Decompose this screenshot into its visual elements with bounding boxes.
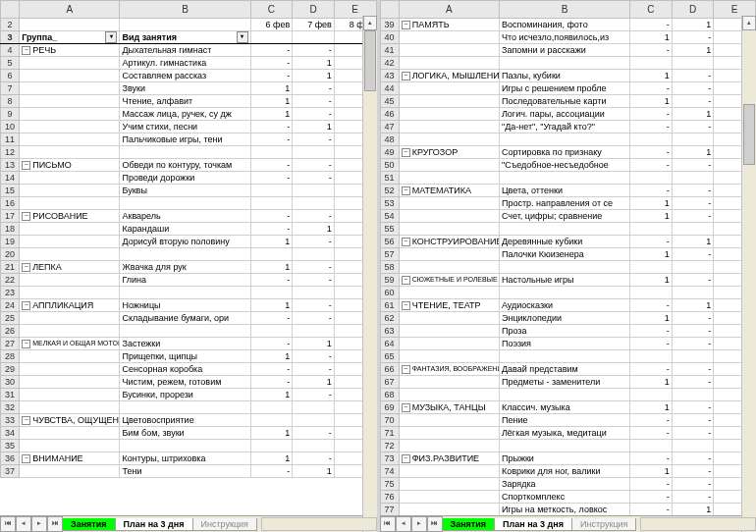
table-row[interactable]: 64Поэзия--- bbox=[380, 338, 756, 350]
column-headers[interactable]: A B C D E bbox=[1, 1, 377, 19]
value-cell[interactable]: - bbox=[293, 312, 335, 325]
value-cell[interactable]: - bbox=[250, 465, 293, 478]
group-cell[interactable]: −РИСОВАНИЕ bbox=[20, 210, 120, 223]
table-row[interactable]: 27−МЕЛКАЯ И ОБЩАЯ МОТОРИКАЗастежки-1- bbox=[1, 338, 377, 350]
value-cell[interactable]: - bbox=[293, 172, 335, 185]
value-cell[interactable]: - bbox=[672, 95, 714, 108]
value-cell[interactable]: - bbox=[293, 427, 335, 440]
group-cell[interactable] bbox=[20, 236, 120, 248]
row-header[interactable]: 33 bbox=[1, 414, 20, 427]
activity-cell[interactable]: Пазлы, кубики bbox=[499, 70, 629, 82]
activity-cell[interactable]: Дыхательная гимнаст bbox=[120, 44, 250, 57]
value-cell[interactable]: - bbox=[630, 414, 673, 427]
table-row[interactable]: 19Дорисуй вторую половину1-- bbox=[1, 236, 377, 248]
activity-cell[interactable]: Коврики для ног, валики bbox=[499, 465, 629, 478]
activity-cell[interactable]: Застежки bbox=[120, 338, 250, 350]
activity-cell[interactable]: Прыжки bbox=[499, 452, 629, 465]
value-cell[interactable]: - bbox=[672, 338, 714, 350]
value-cell[interactable]: 1 bbox=[250, 389, 293, 401]
table-row[interactable]: 53Простр. направления от се1-- bbox=[380, 197, 756, 210]
group-cell[interactable] bbox=[399, 504, 499, 516]
table-row[interactable]: 47"Да-нет", "Угадай кто?"--1 bbox=[380, 121, 756, 133]
group-cell[interactable] bbox=[399, 95, 499, 108]
group-cell[interactable] bbox=[20, 363, 120, 376]
table-row[interactable]: 74Коврики для ног, валики1-- bbox=[380, 465, 756, 478]
row-header[interactable]: 22 bbox=[1, 274, 20, 287]
row-header[interactable]: 73 bbox=[380, 452, 399, 465]
row-header[interactable]: 27 bbox=[1, 338, 20, 350]
right-grid[interactable]: A B C D E 39−ПАМЯТЬВоспоминания, фото-1-… bbox=[380, 0, 757, 515]
table-row[interactable]: 49−КРУГОЗОРСортировка по признаку-1- bbox=[380, 146, 756, 159]
row-header[interactable]: 31 bbox=[1, 389, 20, 401]
table-row[interactable]: 7Звуки1-1 bbox=[1, 82, 377, 95]
value-cell[interactable]: - bbox=[672, 491, 714, 504]
row-header[interactable]: 9 bbox=[1, 108, 20, 121]
outline-toggle-icon[interactable]: − bbox=[402, 365, 410, 374]
value-cell[interactable]: - bbox=[293, 299, 335, 312]
table-row[interactable]: 24−АППЛИКАЦИЯНожницы1-- bbox=[1, 299, 377, 312]
value-cell[interactable]: - bbox=[672, 31, 714, 44]
row-header[interactable]: 49 bbox=[380, 146, 399, 159]
value-cell[interactable]: - bbox=[672, 401, 714, 414]
col-C[interactable]: C bbox=[250, 1, 293, 19]
row-header[interactable]: 26 bbox=[1, 325, 20, 338]
row-header[interactable]: 6 bbox=[1, 70, 20, 82]
value-cell[interactable]: - bbox=[250, 338, 293, 350]
table-row[interactable]: 45Последовательные карти1-- bbox=[380, 95, 756, 108]
group-cell[interactable] bbox=[399, 82, 499, 95]
table-row[interactable]: 44Игры с решением пробле--1 bbox=[380, 82, 756, 95]
outline-toggle-icon[interactable]: − bbox=[402, 72, 410, 80]
row-header[interactable]: 48 bbox=[380, 133, 399, 146]
table-row[interactable]: 51 bbox=[380, 172, 756, 185]
tab-nav-prev-icon[interactable]: ◂ bbox=[396, 516, 411, 532]
table-row[interactable]: 58 bbox=[380, 261, 756, 274]
outline-toggle-icon[interactable]: − bbox=[22, 212, 30, 221]
value-cell[interactable]: - bbox=[250, 223, 293, 236]
value-cell[interactable]: - bbox=[250, 121, 293, 133]
value-cell[interactable]: - bbox=[293, 82, 335, 95]
value-cell[interactable]: 1 bbox=[630, 376, 673, 389]
row-header[interactable]: 67 bbox=[380, 376, 399, 389]
value-cell[interactable] bbox=[293, 414, 335, 427]
activity-cell[interactable]: Прищепки, щипцы bbox=[120, 350, 250, 363]
group-cell[interactable] bbox=[20, 95, 120, 108]
group-cell[interactable] bbox=[20, 70, 120, 82]
value-cell[interactable]: 1 bbox=[250, 350, 293, 363]
group-cell[interactable] bbox=[399, 108, 499, 121]
table-row[interactable]: 31Бусинки, прорези1-- bbox=[1, 389, 377, 401]
column-headers[interactable]: A B C D E bbox=[380, 1, 756, 19]
col-D[interactable]: D bbox=[293, 1, 335, 19]
table-row[interactable]: 28Прищепки, щипцы1-- bbox=[1, 350, 377, 363]
outline-toggle-icon[interactable]: − bbox=[22, 340, 30, 348]
group-cell[interactable]: −АППЛИКАЦИЯ bbox=[20, 299, 120, 312]
value-cell[interactable] bbox=[250, 185, 293, 197]
table-row[interactable]: 56−КОНСТРУИРОВАНИЕДеревянные кубики-1- bbox=[380, 236, 756, 248]
table-row[interactable]: 33−ЧУВСТВА, ОЩУЩЕНИЯЦветовосприятие bbox=[1, 414, 377, 427]
row-header[interactable]: 13 bbox=[1, 159, 20, 172]
scroll-thumb[interactable] bbox=[364, 30, 376, 91]
row-header[interactable]: 50 bbox=[380, 159, 399, 172]
tab-instruktsiya[interactable]: Инструкция bbox=[571, 518, 636, 531]
value-cell[interactable]: - bbox=[672, 70, 714, 82]
value-cell[interactable]: - bbox=[672, 465, 714, 478]
table-row[interactable]: 10Учим стихи, песни-1- bbox=[1, 121, 377, 133]
value-cell[interactable]: - bbox=[630, 504, 673, 516]
table-row[interactable]: 69−МУЗЫКА, ТАНЦЫКлассич. музыка1-- bbox=[380, 401, 756, 414]
row-header[interactable]: 42 bbox=[380, 57, 399, 70]
outline-toggle-icon[interactable]: − bbox=[22, 301, 30, 310]
value-cell[interactable]: - bbox=[293, 210, 335, 223]
table-row[interactable]: 22Глина--1 bbox=[1, 274, 377, 287]
group-cell[interactable]: −ПИСЬМО bbox=[20, 159, 120, 172]
activity-cell[interactable]: Чистим, режем, готовим bbox=[120, 376, 250, 389]
table-row[interactable]: 37Тени-1- bbox=[1, 465, 377, 478]
table-row[interactable]: 42 bbox=[380, 57, 756, 70]
value-cell[interactable]: 1 bbox=[630, 248, 673, 261]
activity-cell[interactable]: Простр. направления от се bbox=[499, 197, 629, 210]
table-row[interactable]: 32 bbox=[1, 401, 377, 414]
activity-header[interactable]: Вид занятия▾ bbox=[120, 31, 250, 44]
value-cell[interactable]: - bbox=[630, 159, 673, 172]
group-cell[interactable] bbox=[399, 197, 499, 210]
value-cell[interactable]: - bbox=[630, 452, 673, 465]
vertical-scrollbar[interactable]: ▴ bbox=[741, 16, 756, 532]
value-cell[interactable]: 1 bbox=[630, 95, 673, 108]
